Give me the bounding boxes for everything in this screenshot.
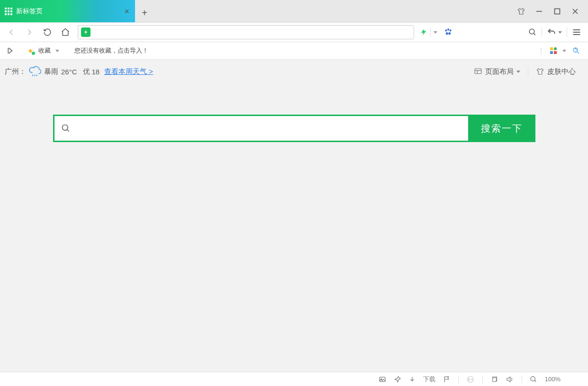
nav-forward-button[interactable] (22, 25, 37, 40)
undo-button[interactable] (547, 27, 562, 37)
favorites-star-icon[interactable]: ★ (27, 47, 34, 54)
new-tab-button[interactable]: + (135, 3, 154, 22)
security-shield-icon[interactable] (81, 27, 90, 37)
status-bar: 下载 100% (0, 372, 588, 386)
baidu-paw-icon[interactable] (443, 27, 453, 37)
page-layout-button[interactable]: 页面布局 (474, 67, 520, 76)
svg-point-23 (62, 125, 68, 131)
svg-line-17 (33, 75, 33, 76)
svg-point-9 (529, 29, 534, 34)
address-bar (0, 22, 588, 42)
search-submit-button[interactable]: 搜索一下 (468, 115, 535, 142)
weekly-weather-link[interactable]: 查看本周天气 > (104, 67, 153, 76)
mute-icon[interactable] (506, 375, 514, 384)
download-label[interactable]: 下载 (423, 375, 435, 384)
svg-line-31 (534, 380, 536, 382)
weather-temperature: 26°C (61, 68, 77, 76)
search-input-container (53, 115, 468, 142)
wardrobe-icon[interactable] (516, 6, 526, 17)
extensions-icon[interactable] (550, 47, 557, 54)
weather-city: 广州： (5, 67, 26, 76)
svg-point-30 (531, 377, 535, 381)
svg-point-8 (448, 32, 451, 35)
flag-icon[interactable] (443, 376, 451, 383)
svg-point-6 (450, 29, 452, 32)
chevron-down-icon (558, 31, 562, 34)
main-search-box: 搜索一下 (53, 115, 535, 142)
pin-icon[interactable] (394, 376, 401, 383)
weather-rain-icon (29, 65, 41, 78)
svg-line-19 (36, 75, 37, 76)
separator (542, 27, 542, 37)
svg-line-16 (577, 52, 579, 54)
screenshot-icon[interactable] (379, 376, 386, 383)
air-quality-label: 优 (83, 67, 90, 76)
svg-rect-20 (475, 69, 481, 74)
url-field-container (78, 25, 414, 39)
tab-active[interactable]: 新标签页 × (0, 0, 135, 22)
separator (567, 27, 567, 37)
search-input[interactable] (75, 124, 461, 133)
svg-line-24 (67, 130, 69, 132)
favorites-label[interactable]: 收藏 (38, 46, 51, 55)
newtab-page-icon (5, 8, 12, 15)
window-controls (516, 0, 586, 22)
chevron-down-icon (516, 71, 520, 73)
flash-bolt-icon[interactable] (420, 27, 427, 37)
air-quality-value: 18 (92, 68, 100, 76)
download-arrow-icon[interactable] (409, 376, 416, 383)
new-tab-content: 广州： 暴雨 26°C 优 18 查看本周天气 > 页面布局 皮肤中心 (0, 60, 588, 372)
bookmarks-bar: ★ 收藏 您还没有收藏，点击导入！ ⋮ (0, 42, 588, 60)
info-row: 广州： 暴雨 26°C 优 18 查看本周天气 > 页面布局 皮肤中心 (0, 60, 588, 78)
search-icon[interactable] (528, 28, 537, 36)
tab-close-button[interactable]: × (124, 6, 129, 16)
dots-vertical-icon[interactable]: ⋮ (538, 47, 544, 54)
skin-center-button[interactable]: 皮肤中心 (536, 67, 576, 76)
engine-dropdown-icon[interactable] (434, 31, 437, 34)
zoom-icon[interactable] (530, 376, 537, 383)
zoom-level[interactable]: 100% (545, 376, 561, 383)
nav-back-button[interactable] (4, 25, 19, 40)
svg-point-5 (447, 28, 449, 31)
weather-condition: 暴雨 (44, 67, 58, 76)
ie-mode-icon[interactable] (466, 375, 475, 384)
address-bar-right (528, 27, 584, 37)
tab-title: 新标签页 (16, 7, 43, 16)
inspect-icon[interactable] (572, 46, 580, 55)
chevron-down-icon[interactable] (562, 50, 566, 52)
window-close-button[interactable] (570, 6, 580, 17)
separator (482, 376, 483, 383)
svg-rect-1 (555, 9, 560, 14)
nav-reload-button[interactable] (40, 25, 55, 40)
bookmarks-toggle-icon[interactable] (8, 47, 13, 54)
main-menu-button[interactable] (572, 27, 581, 37)
restore-window-icon[interactable] (490, 376, 498, 383)
separator (458, 376, 459, 383)
tab-strip: 新标签页 × + (0, 0, 588, 22)
svg-point-4 (445, 29, 447, 32)
svg-point-7 (446, 32, 448, 35)
svg-line-10 (534, 33, 535, 35)
nav-home-button[interactable] (58, 25, 73, 40)
search-icon (61, 124, 71, 133)
separator (528, 67, 528, 76)
window-minimize-button[interactable] (534, 6, 544, 17)
chevron-down-icon[interactable] (55, 50, 59, 52)
url-input[interactable] (93, 29, 411, 36)
separator (522, 376, 522, 383)
svg-line-18 (35, 75, 35, 76)
separator (430, 27, 431, 37)
page-layout-label: 页面布局 (485, 67, 514, 76)
bookmarks-empty-hint[interactable]: 您还没有收藏，点击导入！ (74, 46, 148, 55)
skin-center-label: 皮肤中心 (547, 67, 576, 76)
window-maximize-button[interactable] (552, 6, 562, 17)
